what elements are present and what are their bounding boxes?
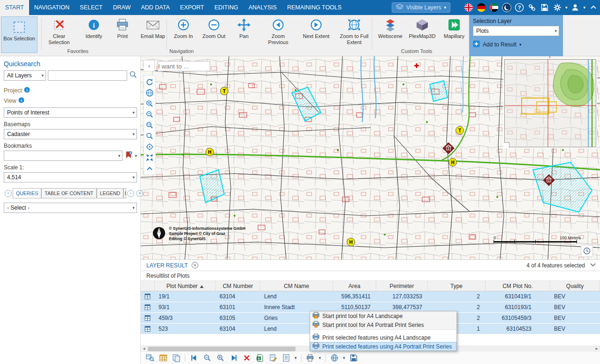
view-link[interactable]: View [4, 98, 16, 104]
col-type[interactable]: Type [428, 281, 486, 291]
language-flag-ae[interactable] [489, 3, 499, 12]
refresh-icon[interactable] [144, 76, 155, 87]
tool-print[interactable]: Print [107, 16, 138, 39]
collapse-toolbar-icon[interactable] [144, 163, 155, 174]
context-menu-item[interactable]: Start print tool for A4 Landscape [310, 311, 456, 320]
report-menu-caret[interactable]: ▾ [295, 356, 297, 360]
query-select[interactable]: - Select - ▾ [4, 203, 137, 213]
search-icon[interactable] [129, 70, 137, 81]
remove-selection-icon[interactable] [242, 354, 251, 363]
save-icon[interactable] [540, 3, 549, 12]
collapse-panel-icon[interactable] [590, 262, 596, 269]
record-icon[interactable] [141, 302, 155, 312]
quicksearch-layer-select[interactable]: All Layers ▾ [4, 70, 46, 81]
zoom-in-record-icon[interactable] [216, 354, 225, 363]
quicksearch-input[interactable] [48, 70, 127, 81]
tab-queries[interactable]: QUERIES [13, 188, 41, 198]
col-quality[interactable]: Quality [550, 281, 600, 291]
tool-next-extent[interactable]: Next Extent [301, 16, 332, 39]
tool-zoom-previous[interactable]: Zoom Previous [263, 16, 294, 46]
tool-email-map[interactable]: Email Map [137, 16, 168, 39]
add-bookmark-icon[interactable] [124, 151, 133, 161]
col-cm-plot-no[interactable]: CM Plot No. [486, 281, 550, 291]
selection-layer-select[interactable]: Plots ▾ [473, 26, 559, 36]
tool-zoom-out[interactable]: Zoom Out [198, 16, 229, 39]
hospital-marker[interactable] [414, 63, 419, 68]
overview-map[interactable] [504, 59, 596, 147]
report-icon[interactable] [281, 354, 290, 363]
time-slider-icon[interactable] [581, 245, 593, 257]
print-results-icon[interactable] [306, 354, 315, 363]
tab-legend[interactable]: LEGEND [97, 188, 123, 198]
language-flag-uk[interactable] [464, 3, 473, 12]
view-select[interactable]: Points of Interest ▾ [4, 107, 137, 118]
export-map-icon[interactable] [330, 354, 339, 363]
record-icon[interactable] [141, 313, 155, 323]
tab-remaining-tools[interactable]: REMAINING TOOLS [282, 0, 347, 15]
zoom-window-icon[interactable] [144, 120, 155, 130]
record-icon[interactable] [141, 291, 155, 302]
i-want-to-input[interactable] [158, 61, 210, 71]
tab-select[interactable]: SELECT [75, 0, 108, 15]
info-icon[interactable]: i [18, 97, 24, 105]
tabs-scroll-left-icon[interactable]: ‹ [5, 190, 12, 197]
globe-icon[interactable] [144, 87, 155, 98]
overview-resize-handle[interactable] [504, 142, 509, 148]
tab-export[interactable]: EXPORT [175, 0, 209, 15]
next-record-icon[interactable] [229, 354, 238, 363]
add-to-result-button[interactable]: Add to Result ▾ [473, 40, 559, 49]
tab-clipped[interactable]: L [123, 188, 126, 198]
map-viewport[interactable]: T H T H H ‹ [141, 56, 600, 259]
tool-zoom-full-extent[interactable]: Zoom to Full Extent [339, 16, 370, 46]
record-icon[interactable] [141, 324, 155, 334]
user-icon[interactable] [570, 3, 580, 12]
context-menu-item[interactable]: Start print tool for A4 Portrait Print S… [310, 320, 456, 329]
language-flag-de[interactable] [477, 3, 486, 12]
col-perimeter[interactable]: Perimeter [376, 281, 428, 291]
tab-table-of-content[interactable]: TABLE OF CONTENT [41, 188, 97, 198]
info-icon[interactable]: i [24, 86, 30, 95]
help-icon[interactable]: ? [515, 3, 524, 12]
edit-record-icon[interactable] [268, 354, 277, 363]
tool-box-selection[interactable]: Box Selection [1, 16, 38, 53]
zoom-out-icon[interactable] [144, 109, 155, 120]
scrollbar-thumb[interactable] [148, 347, 296, 351]
project-link[interactable]: Project [4, 87, 22, 94]
tool-plexmap3d[interactable]: PlexMap3D [407, 16, 438, 39]
basemaps-select[interactable]: Cadaster ▾ [4, 129, 137, 139]
col-cm-number[interactable]: CM Number [216, 281, 260, 291]
tab-navigation[interactable]: NAVIGATION [29, 0, 75, 15]
zoom-out-record-icon[interactable] [203, 354, 212, 363]
layer-result-tab[interactable]: LAYER RESULT [141, 262, 188, 269]
col-area[interactable]: Area [333, 281, 376, 291]
tool-mapillary[interactable]: Mapillary [439, 16, 470, 39]
tab-analysis[interactable]: ANALYSIS [243, 0, 282, 15]
zoom-in-icon[interactable] [144, 98, 155, 109]
zoom-to-selection-icon[interactable] [145, 354, 154, 363]
chevron-down-icon[interactable]: ▾ [135, 153, 137, 158]
collapse-ribbon-icon[interactable] [589, 3, 598, 12]
tab-editing[interactable]: EDITING [209, 0, 243, 15]
tool-webscene[interactable]: Webscene [375, 16, 406, 39]
tab-start[interactable]: START [0, 0, 29, 15]
scale-select[interactable]: 4,514 ▾ [4, 172, 137, 182]
save-results-icon[interactable] [349, 354, 358, 363]
context-menu-item[interactable]: Print selected features using A4 Landsca… [310, 333, 456, 342]
excel-export-icon[interactable]: X [255, 354, 264, 363]
night-mode-icon[interactable] [502, 3, 511, 12]
user-menu-caret[interactable]: ▾ [583, 5, 585, 10]
table-view-icon[interactable] [159, 354, 167, 363]
scroll-right-icon[interactable]: ► [593, 346, 600, 352]
col-plot-number[interactable]: Plot Number [155, 281, 216, 291]
full-extent-arrows-icon[interactable] [144, 152, 155, 163]
table-row[interactable]: 19/1 63104 Lend 596,351411 127,033253 2 … [141, 291, 600, 302]
tab-add-data[interactable]: ADD DATA [136, 0, 175, 15]
scroll-left-icon[interactable]: ◄ [141, 346, 147, 352]
export-menu-caret[interactable]: ▾ [343, 356, 345, 360]
tool-identify[interactable]: i Identify [78, 16, 109, 39]
tabs-scroll-right-icon[interactable]: › [127, 190, 134, 197]
previous-record-icon[interactable] [190, 354, 198, 363]
close-result-icon[interactable] [191, 262, 198, 269]
col-cm-name[interactable]: CM Name [260, 281, 333, 291]
tool-clear-selection[interactable]: Clear Selection [44, 16, 75, 46]
